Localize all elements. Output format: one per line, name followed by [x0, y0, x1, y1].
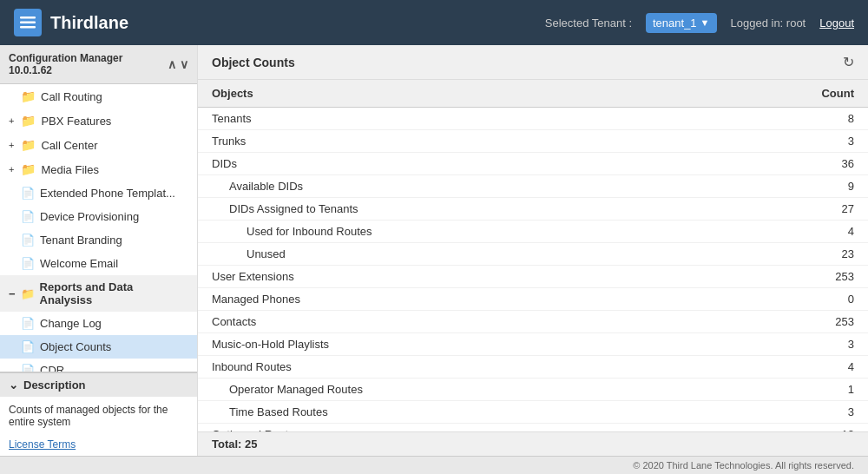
sidebar-content: 📁 Call Routing + 📁 PBX Features + 📁 Call… [0, 84, 197, 372]
doc-icon: 📄 [21, 187, 35, 200]
sidebar-item-label: PBX Features [41, 115, 111, 128]
tenant-selector[interactable]: tenant_1 ▼ [646, 13, 717, 33]
sidebar-header: Configuration Manager 10.0.1.62 ∧ ∨ [0, 45, 197, 84]
object-counts-table: Objects Count Tenants8Trunks3DIDs36Avail… [198, 80, 868, 431]
sidebar-item-welcome-email[interactable]: 📄 Welcome Email [0, 252, 197, 275]
sidebar-item-pbx-features[interactable]: + 📁 PBX Features [0, 109, 197, 133]
sidebar-item-label: Call Center [41, 139, 97, 152]
sidebar-item-label: Extended Phone Templat... [40, 187, 175, 200]
expand-icon: + [9, 115, 14, 126]
description-panel: ⌄ Description Counts of managed objects … [0, 372, 197, 456]
col-header-objects: Objects [198, 80, 705, 108]
sidebar-item-cdr[interactable]: 📄 CDR [0, 359, 197, 372]
header: Thirdlane Selected Tenant : tenant_1 ▼ L… [0, 0, 868, 45]
table-row: Operator Managed Routes1 [198, 379, 868, 401]
row-label: Managed Phones [198, 288, 705, 311]
chevron-down-icon: ⌄ [9, 379, 18, 392]
chevron-down-icon: ▼ [700, 17, 710, 28]
header-logo: Thirdlane [14, 9, 545, 36]
row-count: 3 [705, 401, 868, 424]
main-area: Configuration Manager 10.0.1.62 ∧ ∨ 📁 Ca… [0, 45, 868, 456]
tenant-label: Selected Tenant : [545, 16, 632, 30]
row-label: DIDs [198, 153, 705, 175]
logged-in-label: Logged in: root [731, 16, 806, 30]
row-label: User Extensions [198, 266, 705, 288]
table-row: Tenants8 [198, 108, 868, 130]
row-count: 9 [705, 175, 868, 198]
sidebar-item-label: Media Files [41, 163, 98, 176]
sidebar-item-label: Call Routing [41, 90, 102, 103]
config-manager-label: Configuration Manager 10.0.1.62 [9, 52, 168, 76]
sidebar-item-object-counts[interactable]: 📄 Object Counts [0, 335, 197, 359]
refresh-icon[interactable]: ↻ [843, 54, 854, 70]
expand-icon[interactable]: ∨ [180, 57, 188, 71]
sidebar-item-call-routing[interactable]: 📁 Call Routing [0, 84, 197, 109]
sidebar-item-label: Tenant Branding [40, 234, 122, 247]
sidebar-item-label: Device Provisioning [40, 210, 139, 223]
table-row: Music-on-Hold Playlists3 [198, 333, 868, 356]
logout-button[interactable]: Logout [819, 16, 854, 30]
row-label: Tenants [198, 108, 705, 130]
row-count: 36 [705, 153, 868, 175]
sidebar-item-media-files[interactable]: + 📁 Media Files [0, 157, 197, 181]
description-body: Counts of managed objects for the entire… [0, 397, 197, 435]
table-row: DIDs Assigned to Tenants27 [198, 198, 868, 221]
row-label: Time Based Routes [198, 401, 705, 424]
collapse-icon[interactable]: ∧ [168, 57, 176, 71]
row-count: 3 [705, 130, 868, 153]
sidebar-group-reports[interactable]: − 📁 Reports and Data Analysiss [0, 275, 197, 312]
table-row: Used for Inbound Routes4 [198, 221, 868, 243]
row-count: 23 [705, 243, 868, 266]
content-footer: Total: 25 [198, 431, 868, 456]
table-row: Managed Phones0 [198, 288, 868, 311]
row-label: Unused [198, 243, 705, 266]
description-label: Description [23, 379, 86, 392]
table-row: Contacts253 [198, 311, 868, 333]
row-count: 0 [705, 288, 868, 311]
doc-icon: 📄 [21, 317, 35, 330]
sidebar-item-call-center[interactable]: + 📁 Call Center [0, 133, 197, 157]
doc-icon: 📄 [21, 257, 35, 270]
row-label: DIDs Assigned to Tenants [198, 198, 705, 221]
row-label: Inbound Routes [198, 356, 705, 379]
sidebar-header-icons: ∧ ∨ [168, 57, 188, 71]
sidebar-item-label: Change Log [40, 317, 102, 330]
row-count: 8 [705, 108, 868, 130]
table-row: Available DIDs9 [198, 175, 868, 198]
header-right: Selected Tenant : tenant_1 ▼ Logged in: … [545, 13, 854, 33]
row-count: 27 [705, 198, 868, 221]
sidebar-item-tenant-branding[interactable]: 📄 Tenant Branding [0, 228, 197, 252]
svg-rect-1 [20, 22, 36, 24]
folder-icon: 📁 [21, 287, 35, 300]
license-terms-link[interactable]: License Terms [0, 435, 197, 456]
sidebar-item-extended-phone-template[interactable]: 📄 Extended Phone Templat... [0, 181, 197, 205]
folder-icon: 📁 [21, 138, 36, 152]
table-row: User Extensions253 [198, 266, 868, 288]
row-label: Trunks [198, 130, 705, 153]
tenant-value: tenant_1 [653, 16, 697, 30]
expand-icon: + [9, 140, 14, 150]
sidebar-item-change-log[interactable]: 📄 Change Log [0, 312, 197, 335]
doc-icon: 📄 [21, 340, 35, 353]
col-header-count: Count [705, 80, 868, 108]
sidebar-item-label: Object Counts [40, 340, 111, 353]
row-count: 253 [705, 311, 868, 333]
sidebar-item-label: Reports and Data Analysiss [40, 280, 188, 306]
expand-icon: + [9, 164, 14, 174]
table-row: Unused23 [198, 243, 868, 266]
row-label: Contacts [198, 311, 705, 333]
object-counts-table-container: Objects Count Tenants8Trunks3DIDs36Avail… [198, 80, 868, 431]
description-header[interactable]: ⌄ Description [0, 372, 197, 397]
doc-icon: 📄 [21, 210, 35, 223]
sidebar-item-label: CDR [40, 364, 64, 372]
table-header-row: Objects Count [198, 80, 868, 108]
menu-icon[interactable] [14, 9, 42, 36]
content-header: Object Counts ↻ [198, 45, 868, 80]
collapse-icon: − [9, 287, 16, 300]
table-row: Inbound Routes4 [198, 356, 868, 379]
svg-rect-2 [20, 26, 36, 29]
sidebar-item-device-provisioning[interactable]: 📄 Device Provisioning [0, 205, 197, 228]
app-title: Thirdlane [50, 13, 128, 33]
row-label: Available DIDs [198, 175, 705, 198]
row-count: 1 [705, 379, 868, 401]
